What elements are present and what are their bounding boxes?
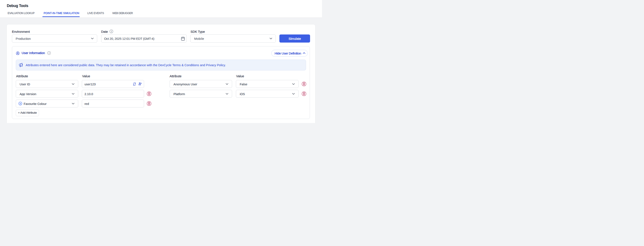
svg-text:i: i bbox=[49, 52, 50, 54]
svg-text:i: i bbox=[111, 30, 112, 33]
svg-text:S: S bbox=[20, 102, 21, 105]
